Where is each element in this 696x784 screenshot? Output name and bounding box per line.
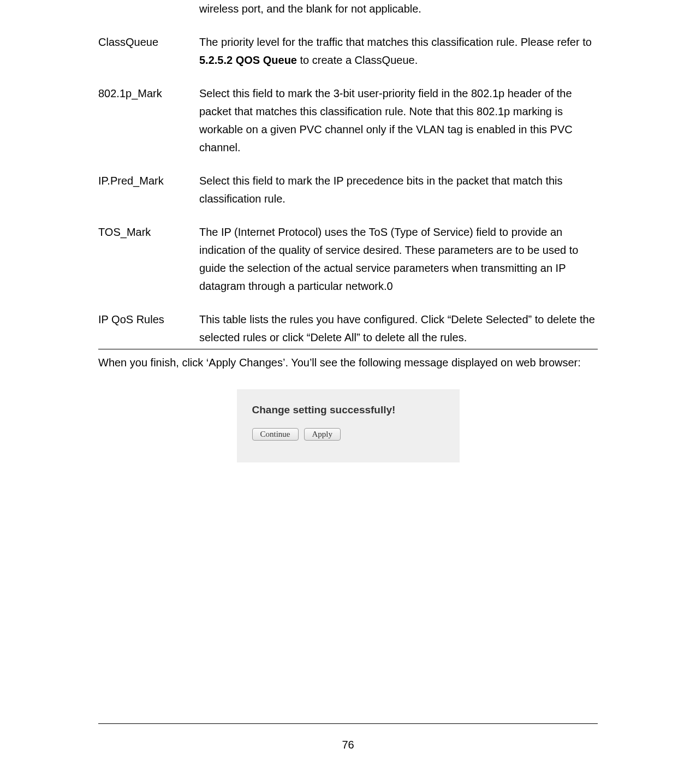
dialog-container: Change setting successfully! Continue Ap… xyxy=(98,389,598,462)
definition-description: Select this field to mark the IP precede… xyxy=(199,172,598,208)
dialog-title: Change setting successfully! xyxy=(252,401,444,418)
definition-row-partial: placeholder wireless port, and the blank… xyxy=(98,0,598,18)
footer-rule xyxy=(98,723,598,724)
definition-term: 802.1p_Mark xyxy=(98,85,199,157)
definition-term: ClassQueue xyxy=(98,33,199,69)
definition-description: Select this field to mark the 3-bit user… xyxy=(199,85,598,157)
page-number: 76 xyxy=(0,736,696,754)
definition-row-ippred: IP.Pred_Mark Select this field to mark t… xyxy=(98,172,598,208)
definition-row-8021p: 802.1p_Mark Select this field to mark th… xyxy=(98,85,598,157)
desc-bold-ref: 5.2.5.2 QOS Queue xyxy=(199,54,297,66)
success-dialog: Change setting successfully! Continue Ap… xyxy=(237,389,460,462)
continue-button[interactable]: Continue xyxy=(252,428,299,441)
definition-description: The IP (Internet Protocol) uses the ToS … xyxy=(199,223,598,295)
definition-term: TOS_Mark xyxy=(98,223,199,295)
desc-text-after: to create a ClassQueue. xyxy=(297,54,418,66)
desc-text-before: The priority level for the traffic that … xyxy=(199,36,592,48)
dialog-buttons: Continue Apply xyxy=(252,428,444,441)
definition-row-ipqos: IP QoS Rules This table lists the rules … xyxy=(98,311,598,347)
definition-row-classqueue: ClassQueue The priority level for the tr… xyxy=(98,33,598,69)
definition-description: wireless port, and the blank for not app… xyxy=(199,0,598,18)
definition-table: placeholder wireless port, and the blank… xyxy=(98,0,598,349)
definition-term: IP.Pred_Mark xyxy=(98,172,199,208)
definition-description: This table lists the rules you have conf… xyxy=(199,311,598,347)
definition-term: IP QoS Rules xyxy=(98,311,199,347)
definition-description: The priority level for the traffic that … xyxy=(199,33,598,69)
definition-row-tosmark: TOS_Mark The IP (Internet Protocol) uses… xyxy=(98,223,598,295)
instruction-text: When you finish, click ‘Apply Changes’. … xyxy=(98,354,598,372)
apply-button[interactable]: Apply xyxy=(304,428,341,441)
